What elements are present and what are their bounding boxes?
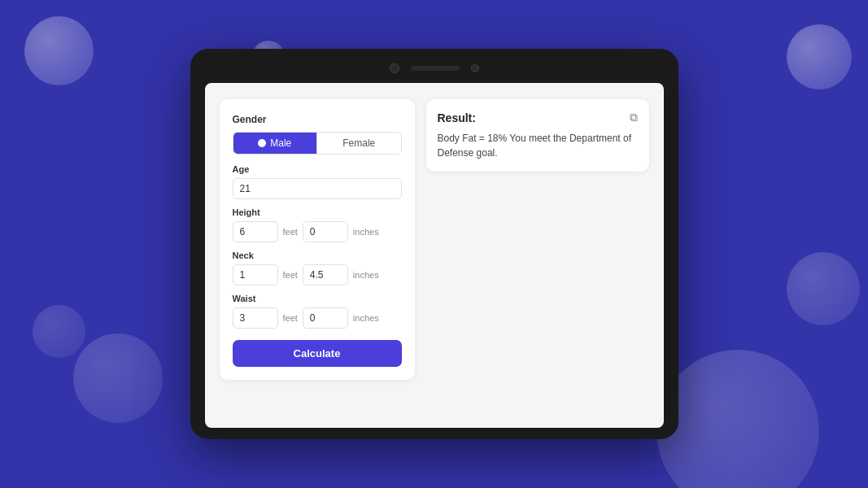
waist-feet-unit: feet (283, 313, 298, 323)
waist-feet-input[interactable] (233, 307, 278, 329)
tablet-screen: Gender Male Female Age (205, 83, 664, 428)
waist-label: Waist (233, 294, 402, 303)
age-input[interactable] (233, 178, 402, 199)
decorative-blob-bl-sm (73, 333, 163, 423)
height-label: Height (233, 207, 402, 217)
gender-female-option[interactable]: Female (316, 133, 401, 154)
gender-group: Gender Male Female (233, 114, 402, 155)
height-inches-unit: inches (353, 227, 379, 237)
decorative-blob-br-sm (787, 252, 860, 325)
calculate-button[interactable]: Calculate (233, 340, 402, 367)
gender-male-option[interactable]: Male (233, 133, 317, 154)
age-group: Age (233, 164, 402, 199)
tablet-camera-bar (390, 63, 479, 73)
neck-label: Neck (233, 251, 402, 260)
result-text: Body Fat = 18% You meet the Department o… (438, 131, 638, 160)
waist-row: feet inches (233, 307, 402, 329)
gender-male-label: Male (270, 137, 291, 149)
waist-group: Waist feet inches (233, 294, 402, 329)
waist-inches-unit: inches (353, 313, 379, 323)
decorative-blob-br-lg (656, 350, 819, 488)
result-header: Result: ⧉ (438, 111, 638, 124)
radio-male-icon (258, 139, 266, 147)
height-group: Height feet inches (233, 207, 402, 242)
neck-group: Neck feet inches (233, 251, 402, 285)
height-feet-input[interactable] (233, 221, 278, 242)
tablet-camera2 (471, 64, 479, 72)
neck-inches-input[interactable] (303, 264, 348, 285)
tablet-speaker (411, 66, 460, 71)
gender-label: Gender (233, 114, 402, 125)
neck-feet-input[interactable] (233, 264, 278, 285)
height-feet-unit: feet (283, 227, 298, 237)
tablet-camera-lens (390, 63, 399, 73)
waist-inches-input[interactable] (303, 307, 348, 329)
neck-inches-unit: inches (353, 270, 379, 280)
result-panel: Result: ⧉ Body Fat = 18% You meet the De… (426, 99, 649, 172)
result-title: Result: (438, 111, 476, 124)
gender-female-label: Female (342, 137, 375, 149)
form-panel: Gender Male Female Age (220, 99, 415, 380)
tablet-device: Gender Male Female Age (190, 49, 678, 439)
copy-icon[interactable]: ⧉ (630, 111, 638, 124)
decorative-blob-tr (787, 24, 852, 89)
height-inches-input[interactable] (303, 221, 348, 242)
neck-row: feet inches (233, 264, 402, 285)
radio-male-dot (260, 142, 264, 145)
height-row: feet inches (233, 221, 402, 242)
decorative-blob-tl (24, 16, 94, 85)
gender-toggle[interactable]: Male Female (233, 132, 402, 155)
age-label: Age (233, 164, 402, 174)
neck-feet-unit: feet (283, 270, 298, 280)
decorative-blob-bl-xs (33, 305, 85, 358)
